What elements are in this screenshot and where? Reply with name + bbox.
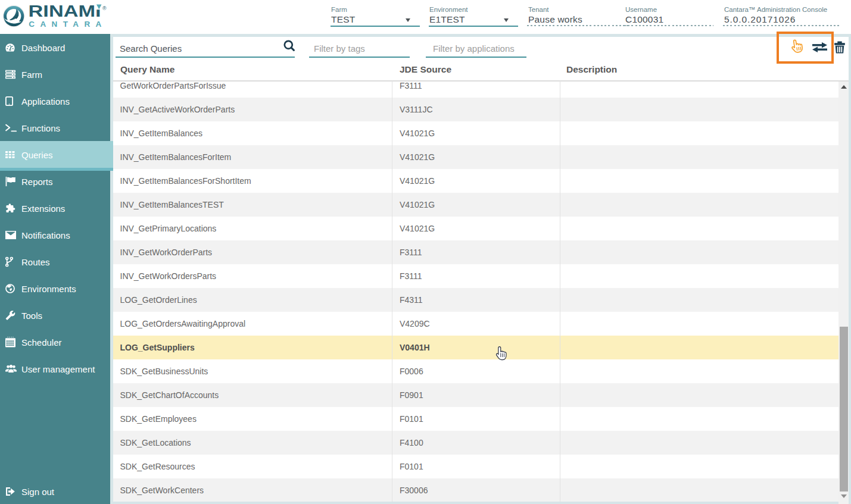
svg-text:®: ® xyxy=(102,5,107,11)
svg-text:CANTARA: CANTARA xyxy=(29,20,101,29)
svg-text:RINAMI: RINAMI xyxy=(29,2,101,20)
